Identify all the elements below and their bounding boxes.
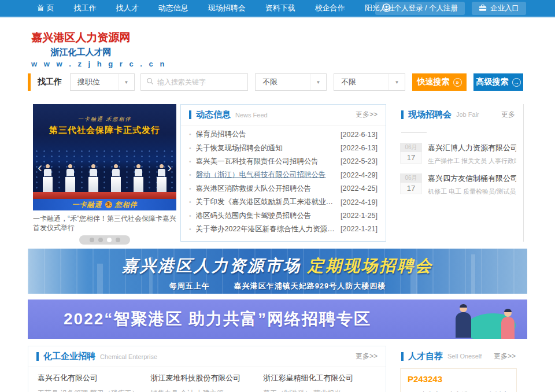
nav-item-downloads[interactable]: 资料下载 — [265, 3, 295, 13]
nav-item-find-job[interactable]: 找工作 — [74, 3, 97, 13]
person-figure — [65, 164, 75, 192]
blue-bar-decor — [401, 110, 404, 119]
badge-day: 17 — [400, 152, 422, 164]
news-item-date: [2022-5-23] — [341, 157, 378, 165]
news-item[interactable]: • 磐动（浙江）电气科技有限公司招聘公告 [2022-4-29] — [189, 168, 378, 182]
search-bar: 找工作 搜职位 ▼ 不限 ▼ 不限 ▼ 快速搜索 » 高级搜索 → — [28, 73, 527, 91]
news-item[interactable]: • 关于印发《嘉兴港区鼓励新员工来港就业补助操作... [2022-4-19] — [189, 195, 378, 209]
online-recruiting-banner[interactable]: 2022“智聚港区 助力共富”网络招聘专区 — [28, 299, 527, 339]
news-list: • 保育员招聘公告 [2022-6-13] • 关于恢复现场招聘会的通知 [20… — [181, 125, 386, 236]
job-fair-title: 现场招聘会 — [408, 109, 452, 120]
news-item[interactable]: • 关于举办2022年港区新春综合性人力资源暨春风... [2022-1-21] — [189, 223, 378, 236]
news-subtitle: News Feed — [235, 112, 356, 119]
company-item[interactable]: 浙江彩皇精细化工有限公司 普工（制造科） 营业担当 — [263, 373, 376, 392]
nav-item-news[interactable]: 动态信息 — [158, 3, 188, 13]
industrial-decor — [97, 264, 103, 294]
news-item[interactable]: • 嘉兴美一瓦科技有限责任公司招聘公告 [2022-5-23] — [189, 155, 378, 168]
badge-month: 06月 — [400, 143, 422, 152]
news-item-title: 关于印发《嘉兴港区鼓励新员工来港就业补助操作... — [196, 197, 336, 207]
briefcase-icon — [479, 4, 487, 13]
carousel-caption[interactable]: 一卡融通，“禾”您相伴！第三代社会保障卡嘉兴首发仪式举行 — [33, 214, 176, 232]
talent-card[interactable]: P243243 男 | 嘉兴市→嘉兴港区 | 八年以上 — [400, 368, 517, 392]
job-fair-item[interactable]: 06月 17 嘉兴四方友信制桶有限公司 机修工 电工 质量检验员/测试员 叉车.… — [393, 169, 523, 200]
news-item-date: [2022-4-19] — [341, 198, 378, 206]
person-figure — [43, 164, 53, 192]
search-category-value: 搜职位 — [77, 77, 100, 87]
filter-2-value: 不限 — [341, 77, 356, 87]
quick-search-button[interactable]: 快速搜索 » — [412, 73, 467, 91]
date-badge: 06月 17 — [400, 173, 422, 196]
carousel-slide[interactable]: 一卡融通 禾您相伴 第三代社会保障卡正式发行 一卡融通 禾 您相伴 ‹ › — [33, 104, 176, 210]
news-item-title: 保育员招聘公告 — [196, 130, 336, 139]
talent-more-link[interactable]: 更多>> — [494, 352, 516, 361]
search-label: 找工作 — [38, 77, 62, 87]
site-logo[interactable]: 嘉兴港区人力资源网 浙江化工人才网 w w w . z j h g r c . … — [31, 30, 131, 68]
news-item[interactable]: • 关于恢复现场招聘会的通知 [2022-6-13] — [189, 141, 378, 154]
industrial-decor — [410, 260, 417, 294]
news-item-date: [2022-6-13] — [341, 131, 378, 139]
personal-login-button[interactable]: 个人登录 / 个人注册 — [375, 2, 465, 15]
news-item-title: 关于举办2022年港区新春综合性人力资源暨春风... — [196, 224, 336, 234]
slide-title: 第三代社会保障卡正式发行 — [33, 125, 176, 136]
site-title: 嘉兴港区人力资源网 — [31, 30, 131, 45]
job-fair-item[interactable]: 06月 17 嘉兴汇博人力资源有限公司 生产操作工 报关文员 人事行政助理... — [393, 139, 523, 169]
carousel-dot-1[interactable] — [90, 238, 94, 242]
news-item[interactable]: • 嘉兴港区消防救援大队公开招聘公告 [2022-4-25] — [189, 182, 378, 195]
company-item[interactable]: 嘉兴石化有限公司 工艺员 设备管理 警卫（残疾工） — [38, 373, 150, 392]
person-illustration — [501, 309, 515, 339]
job-fair-positions: 生产操作工 报关文员 人事行政助理... — [428, 157, 516, 165]
talent-id: P243243 — [408, 374, 509, 384]
nav-buttons: 个人登录 / 个人注册 企业入口 — [375, 2, 526, 15]
filter-select-2[interactable]: 不限 ▼ — [334, 73, 405, 91]
chemical-enterprise-panel: 化工企业招聘 Chemical Enterprise 更多>> 嘉兴石化有限公司… — [28, 346, 386, 392]
stage-red-floor-decor — [33, 192, 176, 199]
quick-search-icon: » — [453, 78, 462, 87]
talent-panel: 人才自荐 Sell Oneself 更多>> P243243 男 | 嘉兴市→嘉… — [393, 346, 524, 392]
carousel-prev-arrow[interactable]: ‹ — [38, 161, 42, 175]
talent-subtitle: Sell Oneself — [447, 353, 494, 360]
strip-text-left: 一卡融通 — [72, 200, 102, 210]
carousel-next-arrow[interactable]: › — [167, 161, 172, 175]
banner1-time: 每周五上午 — [169, 282, 210, 290]
company-item[interactable]: 浙江麦堆科技股份有限公司 销售专员 会计 土建主管 — [150, 373, 263, 392]
chemical-subtitle: Chemical Enterprise — [100, 353, 356, 360]
person-figure — [157, 164, 166, 192]
job-fair-more-link[interactable]: 更多 — [501, 110, 515, 120]
search-category-select[interactable]: 搜职位 ▼ — [70, 73, 135, 91]
enterprise-entry-button[interactable]: 企业入口 — [472, 2, 526, 15]
personal-login-label: 个人登录 / 个人注册 — [394, 3, 458, 13]
filter-select-1[interactable]: 不限 ▼ — [255, 73, 327, 91]
person-figure — [111, 164, 121, 192]
nav-item-home[interactable]: 首 页 — [37, 3, 54, 13]
he-seal-icon: 禾 — [105, 201, 112, 208]
job-fair-subtitle: Job Fair — [456, 111, 501, 118]
advanced-search-label: 高级搜索 — [476, 77, 509, 87]
job-fair-company: 嘉兴汇博人力资源有限公司 — [428, 143, 516, 153]
news-title: 动态信息 — [196, 109, 231, 120]
chevron-down-icon: ▼ — [118, 74, 134, 90]
chemical-more-link[interactable]: 更多>> — [356, 352, 378, 361]
date-badge: 06月 17 — [400, 143, 422, 165]
badge-month: 06月 — [400, 173, 422, 183]
arrow-right-circle-icon: → — [512, 78, 521, 87]
job-fair-banner[interactable]: 嘉兴港区人力资源市场 定期现场招聘会 每周五上午嘉兴港区乍浦镇天妃路929号人防… — [28, 249, 527, 294]
nav-item-job-fair[interactable]: 现场招聘会 — [208, 3, 246, 13]
news-item[interactable]: • 保育员招聘公告 [2022-6-13] — [189, 128, 378, 141]
industrial-decor — [471, 254, 475, 294]
nav-item-school-cooperation[interactable]: 校企合作 — [315, 3, 345, 13]
page: 首 页 找工作 找人才 动态信息 现场招聘会 资料下载 校企合作 阳光人社 个人… — [0, 0, 555, 392]
news-panel: 动态信息 News Feed 更多>> • 保育员招聘公告 [2022-6-13… — [180, 104, 386, 242]
carousel-dot-2[interactable] — [98, 238, 103, 242]
news-item[interactable]: • 港区码头范围内集卡驾驶员招聘公告 [2022-1-25] — [189, 209, 378, 222]
orange-accent-bar — [28, 73, 31, 91]
bullet-icon: • — [189, 213, 191, 219]
advanced-search-button[interactable]: 高级搜索 → — [473, 73, 523, 91]
carousel-dot-4[interactable] — [116, 238, 120, 242]
news-item-title: 磐动（浙江）电气科技有限公司招聘公告 — [196, 170, 336, 180]
news-panel-header: 动态信息 News Feed 更多>> — [181, 105, 386, 125]
carousel-dot-3[interactable] — [107, 238, 112, 242]
search-input[interactable] — [157, 78, 242, 86]
person-figure — [134, 164, 143, 192]
news-more-link[interactable]: 更多>> — [356, 110, 378, 120]
nav-item-find-talent[interactable]: 找人才 — [116, 3, 139, 13]
